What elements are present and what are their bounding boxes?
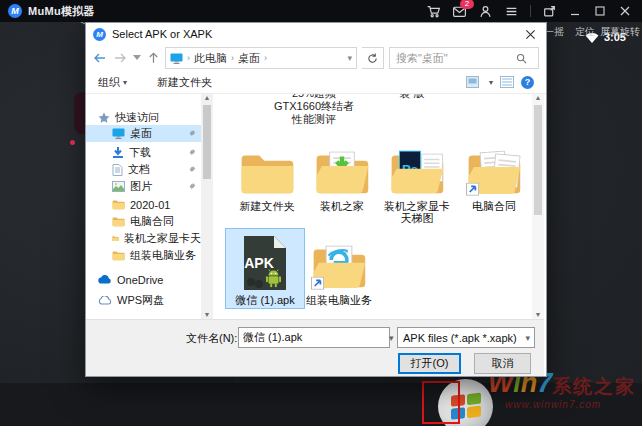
- file-item-pc-business[interactable]: 组装电脑业务: [302, 231, 376, 306]
- account-icon[interactable]: [478, 4, 493, 19]
- clipped-file-label: 装 版: [382, 93, 442, 100]
- store-cart-icon[interactable]: [426, 4, 441, 19]
- file-item-new-folder[interactable]: 新建文件夹: [230, 137, 304, 212]
- scroll-down-icon[interactable]: ▼: [532, 311, 544, 318]
- document-icon: [112, 164, 123, 176]
- sidebar-item-downloads[interactable]: 下载: [86, 144, 201, 161]
- watermark-suffix: 系统之家: [552, 374, 636, 400]
- breadcrumb-desktop[interactable]: 桌面: [238, 51, 260, 66]
- window-titlebar[interactable]: M MuMu模拟器 2: [0, 0, 642, 22]
- search-input[interactable]: [394, 51, 516, 65]
- watermark-url: www.winwin7.com: [505, 399, 601, 410]
- breadcrumb-separator: ›: [187, 53, 190, 63]
- dialog-titlebar[interactable]: M Select APK or XAPK: [86, 23, 546, 45]
- filename-combo[interactable]: ▾: [238, 327, 390, 348]
- sidebar-item-folder[interactable]: 2020-01: [86, 196, 201, 213]
- organize-caret-icon: ▾: [123, 78, 127, 87]
- folder-icon: [112, 199, 125, 210]
- menu-icon[interactable]: [504, 4, 519, 19]
- pin-icon: [189, 166, 197, 174]
- close-icon[interactable]: [618, 4, 632, 18]
- folder-icon: [112, 250, 125, 261]
- file-item-contracts[interactable]: 电脑合同: [457, 137, 531, 212]
- up-icon[interactable]: [147, 52, 160, 64]
- view-caret-icon[interactable]: ▾: [489, 78, 493, 87]
- quick-access-star-icon: [98, 112, 110, 124]
- mumu-emulator-window: M MuMu模拟器 2: [0, 0, 642, 426]
- search-box[interactable]: [389, 47, 539, 69]
- file-item-zhuangji[interactable]: 装机之家: [305, 137, 379, 212]
- organize-button[interactable]: 组织 ▾: [98, 75, 127, 90]
- filename-input[interactable]: [239, 332, 389, 344]
- new-folder-button[interactable]: 新建文件夹: [157, 75, 212, 90]
- view-thumbnails-icon[interactable]: [466, 76, 482, 88]
- sidebar-item-pictures[interactable]: 图片: [86, 178, 201, 195]
- cancel-button[interactable]: 取消: [474, 353, 531, 374]
- sidebar-item-documents[interactable]: 文档: [86, 161, 201, 178]
- minimize-icon[interactable]: [568, 4, 582, 18]
- titlebar-divider: [530, 5, 531, 17]
- folder-icon: [112, 233, 119, 244]
- folder-ie-shortcut-icon: [311, 243, 367, 291]
- sidebar-item-folder[interactable]: 装机之家显卡天: [86, 230, 201, 247]
- file-open-dialog: M Select APK or XAPK › 此电脑 › 桌面 ›: [85, 22, 547, 377]
- install-highlight-box: [422, 381, 460, 424]
- help-icon[interactable]: ?: [521, 76, 534, 89]
- dialog-command-bar: 组织 ▾ 新建文件夹 ▾ ?: [86, 71, 546, 94]
- sidebar-item-folder[interactable]: 电脑合同: [86, 213, 201, 230]
- scroll-down-icon[interactable]: ▼: [201, 311, 213, 318]
- sidebar-quick-access[interactable]: 快速访问: [86, 109, 201, 126]
- sidebar-item-wps-drive[interactable]: WPS网盘: [86, 292, 201, 309]
- sidebar-scrollbar[interactable]: ▲ ▼: [201, 93, 213, 319]
- history-caret-icon[interactable]: [133, 55, 141, 61]
- file-item-gpu-ladder[interactable]: Ps 装机之家显卡天梯图: [380, 137, 454, 224]
- scrollbar-thumb[interactable]: [534, 105, 542, 215]
- pictures-icon: [112, 181, 125, 192]
- desktop-location-icon: [170, 53, 183, 64]
- refresh-button[interactable]: [362, 47, 384, 69]
- filetype-caret-icon[interactable]: ▾: [525, 333, 534, 343]
- sidebar-item-desktop[interactable]: 桌面: [86, 125, 201, 142]
- folder-with-ps-file-icon: Ps: [389, 149, 445, 197]
- filetype-combo[interactable]: APK files (*.apk *.xapk) ▾: [397, 327, 535, 348]
- notification-dot: [70, 140, 75, 145]
- pin-icon: [189, 183, 197, 191]
- clipped-file-label: 25%超频 GTX1660终结者 性能测评: [254, 93, 374, 126]
- address-bar[interactable]: › 此电脑 › 桌面 › ▾: [165, 47, 357, 69]
- forward-icon[interactable]: [113, 52, 127, 64]
- message-count-badge: 2: [460, 0, 474, 9]
- download-icon: [112, 147, 124, 159]
- desktop-icon: [112, 128, 125, 139]
- apk-file-icon: APK: [243, 235, 287, 291]
- dialog-body: 快速访问 桌面 下载: [86, 93, 544, 319]
- search-icon: [516, 53, 527, 64]
- sidebar-item-onedrive[interactable]: OneDrive: [86, 271, 201, 288]
- wps-cloud-icon: [98, 296, 112, 305]
- folder-with-download-icon: [314, 149, 370, 197]
- breadcrumb-this-pc[interactable]: 此电脑: [194, 51, 227, 66]
- folder-icon: [112, 216, 125, 227]
- scroll-up-icon[interactable]: ▲: [201, 94, 213, 101]
- sidebar-item-folder[interactable]: 组装电脑业务: [86, 247, 201, 264]
- folder-icon: [239, 149, 295, 197]
- pin-icon: [189, 130, 197, 138]
- open-button[interactable]: 打开(O): [398, 353, 461, 374]
- svg-text:APK: APK: [244, 255, 274, 271]
- file-list: 25%超频 GTX1660终结者 性能测评 装 版 新建文件夹: [214, 93, 532, 319]
- dialog-close-icon[interactable]: [514, 23, 546, 45]
- back-icon[interactable]: [93, 52, 107, 64]
- scroll-up-icon[interactable]: ▲: [532, 94, 544, 101]
- mumu-logo-icon: M: [8, 4, 22, 18]
- breadcrumb-separator: ›: [264, 53, 267, 63]
- mumu-dialog-logo-icon: M: [93, 28, 106, 41]
- file-list-scrollbar[interactable]: ▲ ▼: [532, 93, 544, 319]
- view-details-icon[interactable]: [500, 76, 514, 88]
- address-caret-icon[interactable]: ▾: [347, 53, 352, 63]
- scrollbar-thumb[interactable]: [203, 105, 211, 179]
- file-item-wechat-apk[interactable]: APK 微信 (1).apk: [226, 229, 304, 308]
- messages-icon[interactable]: 2: [452, 4, 467, 19]
- breadcrumb-separator: ›: [231, 53, 234, 63]
- shrink-window-icon[interactable]: [542, 4, 557, 19]
- dialog-footer: 文件名(N): ▾ APK files (*.apk *.xapk) ▾ 打开(…: [86, 319, 544, 376]
- maximize-icon[interactable]: [593, 4, 607, 18]
